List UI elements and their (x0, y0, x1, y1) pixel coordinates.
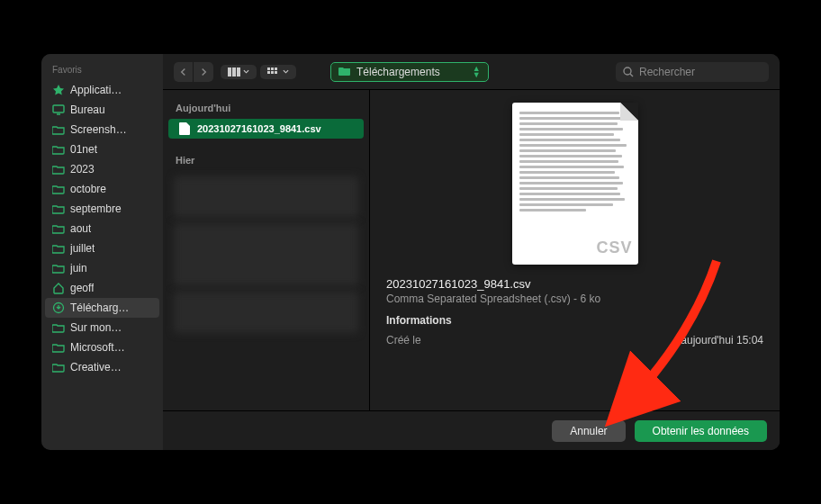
sidebar-item-label: Sur mon… (70, 321, 122, 334)
downloads-icon (52, 302, 65, 314)
svg-rect-11 (275, 71, 277, 74)
file-picker-window: Favoris Applicati…BureauScreensh…01net20… (41, 54, 780, 450)
folder-icon (52, 163, 65, 176)
view-mode-group (221, 65, 296, 79)
sidebar-item-label: aout (70, 222, 91, 235)
folder-icon (338, 66, 351, 78)
preview-filename: 20231027161023_9841.csv (386, 277, 763, 291)
updown-icon: ▲▼ (473, 66, 481, 78)
svg-rect-9 (267, 71, 270, 74)
sidebar-item-8[interactable]: juillet (41, 238, 163, 258)
folder-icon (52, 202, 65, 215)
sidebar-item-13[interactable]: Microsoft… (41, 338, 163, 357)
sidebar-item-9[interactable]: juin (41, 258, 163, 278)
chevron-down-icon (243, 69, 249, 74)
sidebar: Favoris Applicati…BureauScreensh…01net20… (41, 54, 163, 450)
list-section-yesterday: Hier (163, 149, 369, 171)
sidebar-item-label: Bureau (70, 104, 105, 116)
content-area: Aujourd'hui 20231027161023_9841.csv Hier… (163, 90, 780, 410)
back-button[interactable] (174, 62, 194, 82)
search-input[interactable]: Rechercher (616, 62, 769, 82)
sidebar-item-1[interactable]: Bureau (41, 100, 163, 120)
svg-rect-3 (228, 68, 231, 76)
sidebar-item-label: Microsoft… (70, 341, 125, 354)
file-name: 20231027161023_9841.csv (197, 123, 321, 134)
cancel-button[interactable]: Annuler (552, 420, 625, 442)
main-area: Téléchargements ▲▼ Rechercher Aujourd'hu… (163, 54, 780, 450)
sidebar-item-label: Screensh… (70, 123, 127, 136)
columns-view-button[interactable] (221, 65, 257, 79)
sidebar-item-14[interactable]: Creative… (41, 357, 163, 377)
preview-meta: Comma Separated Spreadsheet (.csv) - 6 k… (386, 292, 763, 305)
folder-icon (52, 242, 65, 255)
sidebar-item-label: 01net (70, 143, 97, 156)
svg-rect-7 (271, 68, 274, 70)
search-icon (623, 67, 634, 77)
folder-icon (52, 183, 65, 195)
info-value: aujourd'hui 15:04 (681, 334, 763, 346)
nav-group (174, 62, 213, 82)
info-row: Créé leaujourd'hui 15:04 (386, 332, 763, 348)
confirm-button[interactable]: Obtenir les données (635, 420, 767, 442)
sidebar-item-10[interactable]: geoff (41, 278, 163, 298)
sidebar-item-label: octobre (70, 183, 106, 195)
svg-rect-8 (275, 68, 277, 70)
list-section-today: Aujourd'hui (163, 97, 369, 119)
sidebar-section-header: Favoris (41, 61, 163, 80)
svg-line-13 (630, 74, 633, 76)
file-list-pane: Aujourd'hui 20231027161023_9841.csv Hier (163, 90, 370, 410)
redacted-files (174, 176, 358, 218)
svg-rect-5 (237, 68, 240, 76)
sidebar-item-5[interactable]: octobre (41, 179, 163, 199)
chevron-down-icon (283, 69, 289, 74)
preview-pane: CSV 20231027161023_9841.csv Comma Separa… (370, 90, 780, 410)
sidebar-item-0[interactable]: Applicati… (41, 80, 163, 100)
group-view-button[interactable] (260, 65, 296, 79)
folder-icon (52, 123, 65, 136)
sidebar-item-4[interactable]: 2023 (41, 159, 163, 179)
svg-rect-4 (232, 68, 236, 76)
sidebar-item-7[interactable]: aout (41, 219, 163, 238)
redacted-files (174, 292, 358, 333)
sidebar-item-2[interactable]: Screensh… (41, 120, 163, 140)
svg-rect-6 (267, 68, 270, 70)
folder-icon (52, 361, 65, 374)
preview-thumbnail: CSV (512, 103, 638, 265)
home-icon (52, 282, 65, 294)
sidebar-item-11[interactable]: Télécharg… (45, 298, 159, 318)
sidebar-item-6[interactable]: septembre (41, 199, 163, 219)
folder-icon (52, 341, 65, 354)
toolbar: Téléchargements ▲▼ Rechercher (163, 54, 780, 90)
app-icon (52, 84, 65, 96)
info-label: Créé le (386, 334, 421, 346)
info-section-header: Informations (386, 314, 763, 327)
sidebar-item-3[interactable]: 01net (41, 140, 163, 159)
folder-icon (52, 143, 65, 156)
file-icon (179, 122, 190, 135)
search-placeholder: Rechercher (639, 66, 695, 78)
sidebar-item-12[interactable]: Sur mon… (41, 318, 163, 338)
sidebar-item-label: Creative… (70, 361, 122, 374)
redacted-files (174, 223, 358, 286)
file-row[interactable]: 20231027161023_9841.csv (168, 119, 364, 139)
svg-point-12 (624, 68, 631, 75)
folder-icon (52, 321, 65, 334)
sidebar-item-label: 2023 (70, 163, 95, 176)
folder-icon (52, 222, 65, 235)
file-type-watermark: CSV (596, 238, 632, 257)
dialog-footer: Annuler Obtenir les données (163, 410, 780, 450)
sidebar-item-label: Applicati… (70, 84, 122, 96)
sidebar-item-label: Télécharg… (70, 302, 129, 314)
sidebar-item-label: geoff (70, 282, 94, 294)
svg-rect-10 (271, 71, 274, 74)
location-dropdown[interactable]: Téléchargements ▲▼ (330, 62, 489, 82)
folder-icon (52, 262, 65, 274)
desktop-icon (52, 104, 65, 116)
svg-rect-0 (53, 105, 64, 112)
sidebar-item-label: juin (70, 262, 87, 274)
sidebar-item-label: septembre (70, 202, 122, 215)
forward-button[interactable] (194, 62, 213, 82)
location-label: Téléchargements (356, 66, 440, 78)
sidebar-item-label: juillet (70, 242, 95, 255)
